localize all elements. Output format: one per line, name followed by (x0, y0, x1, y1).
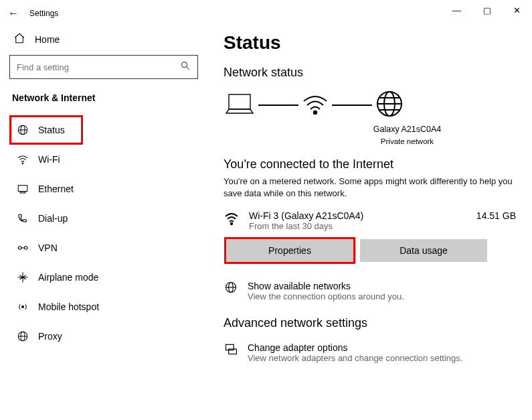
back-button[interactable]: ← (0, 7, 27, 19)
sidebar-item-vpn[interactable]: VPN (9, 233, 198, 263)
sidebar-item-label: Proxy (38, 331, 62, 342)
svg-point-8 (18, 247, 21, 250)
connector-line (258, 104, 298, 106)
minimize-button[interactable]: — (442, 0, 472, 20)
window-title: Settings (29, 9, 58, 18)
globe-icon (17, 124, 29, 136)
svg-point-16 (314, 111, 317, 115)
device-name: Galaxy A21sC0A4 (298, 124, 516, 136)
sidebar-item-label: Wi-Fi (38, 154, 60, 165)
adapter-title: Change adapter options (248, 342, 462, 353)
sidebar: Home Network & Internet Status Wi-Fi E (0, 27, 207, 420)
sidebar-item-label: Dial-up (38, 213, 68, 224)
vpn-icon (17, 242, 29, 254)
connection-title: You're connected to the Internet (224, 157, 516, 171)
home-icon (13, 32, 25, 47)
close-button[interactable]: ✕ (502, 0, 532, 20)
proxy-icon (17, 330, 29, 342)
connection-description: You're on a metered network. Some apps m… (224, 176, 516, 200)
wifi-subtext: From the last 30 days (249, 221, 363, 231)
page-title: Status (224, 32, 516, 54)
svg-point-9 (24, 247, 27, 250)
wifi-diagram-icon (301, 90, 329, 120)
svg-point-22 (231, 222, 233, 224)
nav-section-header: Network & Internet (12, 92, 198, 103)
advanced-section-title: Advanced network settings (224, 316, 516, 330)
svg-point-5 (22, 163, 23, 164)
sidebar-item-ethernet[interactable]: Ethernet (9, 174, 198, 204)
ethernet-icon (17, 183, 29, 195)
svg-line-1 (187, 67, 189, 70)
sidebar-item-dialup[interactable]: Dial-up (9, 204, 198, 233)
wifi-name: Wi-Fi 3 (Galaxy A21sC0A4) (249, 210, 363, 221)
network-diagram (224, 89, 516, 121)
sidebar-item-airplane[interactable]: Airplane mode (9, 263, 198, 292)
hotspot-icon (17, 301, 29, 313)
show-networks-title: Show available networks (248, 281, 404, 291)
phone-icon (17, 212, 29, 224)
connector-line (332, 104, 372, 106)
show-networks-link[interactable]: Show available networks View the connect… (224, 281, 516, 301)
laptop-icon (224, 90, 256, 120)
home-nav[interactable]: Home (9, 27, 198, 55)
adapter-options-link[interactable]: Change adapter options View network adap… (224, 342, 516, 363)
svg-rect-15 (229, 94, 250, 109)
properties-button[interactable]: Properties (226, 239, 353, 262)
sidebar-item-label: Status (38, 125, 65, 135)
svg-point-11 (22, 306, 24, 308)
svg-point-0 (182, 62, 187, 68)
wifi-icon (17, 153, 29, 165)
sidebar-item-status[interactable]: Status (9, 115, 83, 145)
sidebar-item-label: VPN (38, 242, 58, 253)
search-icon (180, 60, 191, 74)
wifi-detail-icon (224, 210, 240, 229)
search-box[interactable] (9, 55, 198, 79)
sidebar-item-proxy[interactable]: Proxy (9, 322, 198, 351)
sidebar-item-wifi[interactable]: Wi-Fi (9, 145, 198, 174)
wifi-data-amount: 14.51 GB (476, 210, 516, 221)
sidebar-item-label: Airplane mode (38, 272, 98, 283)
globe-diagram-icon (375, 89, 404, 121)
adapter-sub: View network adapters and change connect… (248, 353, 462, 363)
device-subtitle: Private network (298, 136, 516, 147)
svg-rect-7 (20, 192, 25, 193)
home-label: Home (35, 34, 60, 45)
airplane-icon (17, 271, 29, 283)
maximize-button[interactable]: ▢ (472, 0, 502, 20)
globe-small-icon (224, 281, 238, 301)
svg-rect-6 (18, 186, 27, 192)
adapter-icon (224, 342, 238, 363)
section-title: Network status (224, 66, 516, 80)
data-usage-button[interactable]: Data usage (360, 239, 487, 262)
search-input[interactable] (17, 62, 180, 72)
sidebar-item-hotspot[interactable]: Mobile hotspot (9, 292, 198, 322)
sidebar-item-label: Mobile hotspot (38, 301, 99, 312)
main-panel: Status Network status Galaxy A21sC0A4 Pr… (207, 27, 532, 420)
show-networks-sub: View the connection options around you. (248, 291, 404, 301)
sidebar-item-label: Ethernet (38, 184, 74, 194)
